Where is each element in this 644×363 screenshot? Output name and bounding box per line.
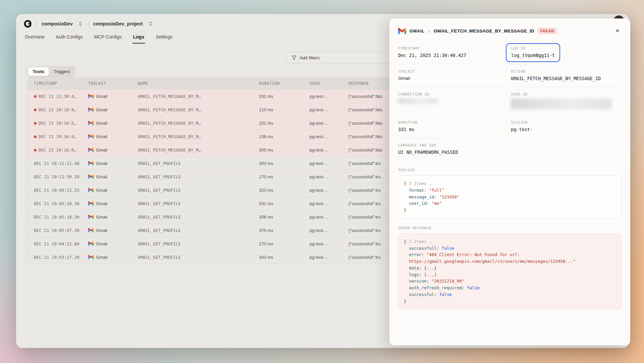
row-timestamp: DEC 21 19:03:27.28 [34,255,88,260]
add-filters-label: Add filters [300,55,320,60]
status-badge: FAILED [538,27,557,34]
gmail-icon [88,161,94,166]
log-id-highlight-box[interactable]: LOG ID log_tVqomBgg11-t [506,43,560,62]
row-user: pg-test-… [310,201,348,206]
row-name: GMAIL_FETCH_MESSAGE_BY_M… [138,121,259,126]
breadcrumb-separator: / [88,21,89,26]
toggle-triggers-button[interactable]: Triggers [49,67,75,76]
row-user: pg-test-… [310,161,348,166]
gmail-icon [88,188,94,192]
detail-grid: TIMESTAMP Dec 21, 2025 21:30:40.427 LOG … [389,41,630,161]
org-switcher-icon[interactable] [78,21,83,26]
redacted-connection-id [398,99,438,104]
code-line: format: "full" [404,187,616,194]
row-name: GMAIL_GET_PROFILE [138,201,259,206]
composio-logo[interactable] [23,19,32,28]
code-line: { 7 Items ⌄ [404,238,616,245]
row-timestamp: DEC 21 20:16:4… [34,134,88,139]
row-toolkit: Gmail [88,201,138,206]
field-connection-id: CONNECTION ID [398,92,511,109]
row-user: pg-test-… [310,228,348,233]
tab-logs[interactable]: Logs [132,33,145,44]
row-toolkit: Gmail [88,241,138,246]
breadcrumb-project[interactable]: composioDev_project [93,21,143,26]
row-user: pg-test-… [310,215,348,220]
row-user: pg-test-… [310,94,348,99]
redacted-user-id [511,99,611,109]
row-name: GMAIL_GET_PROFILE [138,215,259,220]
row-duration: 270 ms [259,241,310,246]
row-user: pg-test-… [310,121,348,126]
row-name: GMAIL_FETCH_MESSAGE_BY_M… [138,107,259,112]
row-toolkit: Gmail [88,228,138,233]
add-filters-button[interactable]: Add filters [287,52,397,63]
project-switcher-icon[interactable] [148,21,153,26]
tab-mcp-configs[interactable]: MCP Configs [94,33,122,44]
row-name: GMAIL_FETCH_MESSAGE_BY_M… [138,94,259,99]
payload-json[interactable]: { 3 Items ⌄ format: "full" message_id: "… [398,175,622,219]
col-user: USER [310,81,348,86]
row-toolkit: Gmail [88,107,138,112]
row-timestamp: DEC 21 20:16:0… [34,147,88,153]
row-name: GMAIL_GET_PROFILE [138,255,259,260]
code-line: successfull: false [404,245,616,252]
row-duration: 343 ms [259,255,310,260]
field-duration: DURATION 331 ms [398,120,511,132]
row-toolkit: Gmail [88,188,138,193]
row-duration: 375 ms [259,228,310,233]
row-timestamp: DEC 21 19:05:18.30 [34,215,88,220]
row-timestamp: DEC 21 19:04:21.84 [34,241,88,246]
gmail-icon [88,228,94,233]
row-name: GMAIL_GET_PROFILE [138,188,259,193]
row-duration: 303 ms [259,161,310,166]
row-timestamp: DEC 21 20:16:5… [34,121,88,126]
code-line: error: "404 Client Error: Not Found for … [404,251,616,258]
row-toolkit: Gmail [88,134,138,139]
field-language-sdk: LANGUAGE AND SDK UI NO_FRAMEWORK_PASSED [398,143,622,155]
failed-dot-icon [34,135,37,138]
row-name: GMAIL_GET_PROFILE [138,174,259,179]
log-detail-panel: GMAIL › GMAIL_FETCH_MESSAGE_BY_MESSAGE_I… [389,18,630,345]
field-log-id: LOG ID log_tVqomBgg11-t [511,46,622,58]
gmail-icon [88,201,94,206]
panel-toolkit-name[interactable]: GMAIL [410,28,425,34]
row-name: GMAIL_GET_PROFILE [138,228,259,233]
gmail-icon [88,175,94,179]
row-duration: 305 ms [259,147,310,153]
tab-auth-configs[interactable]: Auth Configs [55,33,83,44]
code-line: data: {...} [404,265,616,271]
breadcrumb-org[interactable]: composioDev [42,21,73,26]
failed-dot-icon [34,109,37,111]
gmail-icon [88,108,94,112]
tab-settings[interactable]: Settings [155,33,173,44]
payload-label: PAYLOAD [389,168,630,172]
row-timestamp: DEC 21 19:05:28.36 [34,201,88,206]
row-user: pg-test-… [310,188,348,193]
app-window: / composioDev / composioDev_project Over… [16,14,629,348]
toggle-tools-button[interactable]: Tools [28,67,49,76]
tab-overview[interactable]: Overview [24,33,45,44]
code-line: user_id: "me" [404,200,616,207]
row-name: GMAIL_FETCH_MESSAGE_BY_M… [138,134,259,139]
code-line: auth_refresh_required: false [404,285,616,291]
row-duration: 136 ms [259,134,310,139]
row-duration: 531 ms [259,201,310,206]
code-line: logs: [...] [404,271,616,278]
row-toolkit: Gmail [88,94,138,99]
row-timestamp: DEC 21 19:12:21.48 [34,161,88,166]
row-duration: 306 ms [259,215,310,220]
gmail-icon [88,215,94,219]
col-toolkit: TOOLKIT [88,81,138,86]
gmail-icon [398,28,406,34]
gmail-icon [88,134,94,139]
row-toolkit: Gmail [88,161,138,166]
row-toolkit: Gmail [88,255,138,260]
field-session: SESSION pg-test- [511,120,622,132]
close-icon[interactable]: ✕ [613,26,622,35]
error-response-json[interactable]: { 7 Items ⌄ successfull: false error: "4… [398,233,622,310]
col-timestamp: TIMESTAMP [34,81,88,86]
chevron-right-icon: › [428,28,430,34]
row-user: pg-test-… [310,147,348,153]
row-toolkit: Gmail [88,147,138,153]
row-duration: 320 ms [259,188,310,193]
